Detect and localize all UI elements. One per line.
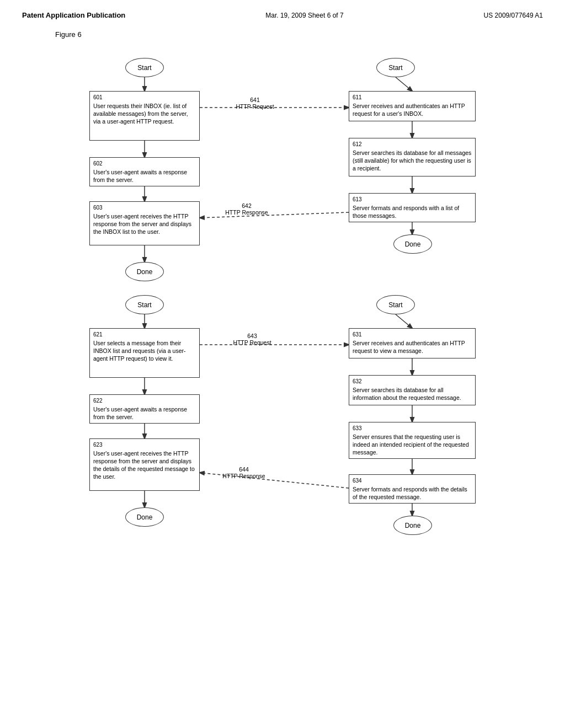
- box-621: 621 User selects a message from their IN…: [89, 328, 200, 378]
- done-oval-1: Done: [125, 262, 164, 281]
- box-613: 613 Server formats and responds with a l…: [349, 193, 476, 222]
- box-622: 622 User's user-agent awaits a response …: [89, 394, 200, 424]
- figure-label: Figure 6: [55, 30, 543, 39]
- header: Patent Application Publication Mar. 19, …: [22, 11, 543, 19]
- start-oval-4: Start: [376, 295, 415, 314]
- page: Patent Application Publication Mar. 19, …: [0, 0, 565, 728]
- box-603: 603 User's user-agent receives the HTTP …: [89, 201, 200, 245]
- http-label-642: 642 HTTP Response: [211, 202, 282, 216]
- box-611: 611 Server receives and authenticates an…: [349, 91, 476, 121]
- box-612: 612 Server searches its database for all…: [349, 138, 476, 176]
- start-oval-2: Start: [376, 58, 415, 77]
- http-label-641: 641 HTTP Request: [222, 97, 288, 110]
- box-634: 634 Server formats and responds with the…: [349, 474, 476, 504]
- start-oval-1: Start: [125, 58, 164, 77]
- box-632: 632 Server searches its database for all…: [349, 375, 476, 405]
- http-label-643: 643 HTTP Request: [216, 333, 288, 346]
- header-center: Mar. 19, 2009 Sheet 6 of 7: [265, 12, 343, 19]
- done-oval-2: Done: [393, 234, 432, 254]
- done-oval-3: Done: [125, 507, 164, 527]
- http-label-644: 644 HTTP Response: [208, 466, 280, 479]
- svg-line-14: [396, 314, 412, 328]
- box-623: 623 User's user-agent receives the HTTP …: [89, 438, 200, 491]
- svg-line-4: [396, 77, 412, 91]
- box-633: 633 Server ensures that the requesting u…: [349, 422, 476, 459]
- diagram-area: Start Start 601 User requests their INBO…: [34, 47, 531, 681]
- start-oval-3: Start: [125, 295, 164, 314]
- box-601: 601 User requests their INBOX (ie. list …: [89, 91, 200, 141]
- header-left: Patent Application Publication: [22, 11, 125, 19]
- header-right: US 2009/077649 A1: [484, 12, 543, 19]
- box-631: 631 Server receives and authenticates an…: [349, 328, 476, 358]
- done-oval-4: Done: [393, 516, 432, 535]
- box-602: 602 User's user-agent awaits a response …: [89, 157, 200, 186]
